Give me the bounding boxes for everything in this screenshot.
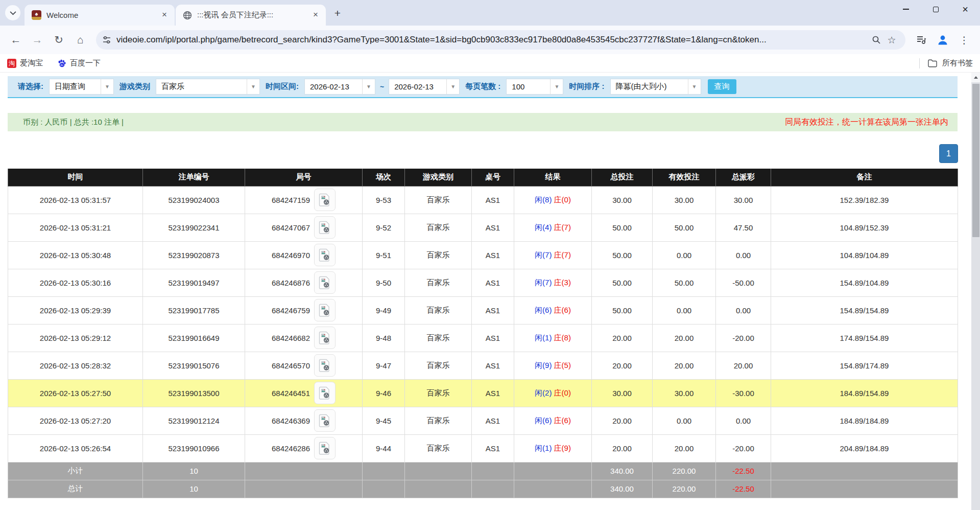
tab-betrecord[interactable]: :::视讯 会员下注纪录::: × bbox=[176, 5, 326, 26]
address-bar[interactable]: videoie.com/ipl/portal.php/game/betrecor… bbox=[96, 30, 905, 50]
all-bookmarks[interactable]: 所有书签 bbox=[919, 58, 973, 68]
cell-bet-id: 523199024003 bbox=[143, 186, 245, 214]
page-size-select[interactable]: 100 ▼ bbox=[506, 79, 563, 95]
query-button[interactable]: 查询 bbox=[708, 79, 736, 94]
select-type-label: 请选择: bbox=[16, 82, 45, 91]
profile-avatar[interactable] bbox=[934, 31, 952, 49]
new-tab-button[interactable]: + bbox=[330, 6, 345, 21]
reload-icon[interactable]: ↻ bbox=[49, 30, 68, 50]
player-result: 闲(7) bbox=[535, 278, 552, 287]
chevron-down-icon: ▼ bbox=[101, 79, 113, 94]
minimize-button[interactable] bbox=[891, 0, 921, 18]
video-replay-button[interactable] bbox=[314, 189, 336, 211]
footer-total-bet: 340.00 bbox=[592, 480, 653, 498]
cell-remark: 104.89/152.39 bbox=[771, 214, 958, 241]
cell-game-type: 百家乐 bbox=[405, 407, 472, 434]
video-replay-button[interactable] bbox=[314, 271, 336, 294]
menu-dots-icon[interactable]: ⋮ bbox=[955, 31, 973, 49]
video-replay-button[interactable] bbox=[314, 299, 336, 321]
footer-empty bbox=[405, 462, 472, 480]
cell-total-bet[interactable]: 30.00 bbox=[592, 379, 653, 407]
cell-total-bet[interactable]: 50.00 bbox=[592, 214, 653, 241]
player-result: 闲(7) bbox=[535, 250, 552, 259]
scroll-up-button[interactable] bbox=[971, 73, 980, 82]
cell-valid-bet: 20.00 bbox=[653, 434, 716, 462]
tab-title: Welcome bbox=[46, 11, 154, 19]
close-window-button[interactable]: × bbox=[950, 0, 980, 18]
cell-total-bet[interactable]: 50.00 bbox=[592, 241, 653, 269]
divider bbox=[919, 58, 920, 68]
video-replay-button[interactable] bbox=[314, 382, 336, 404]
bookmark-aitaobao[interactable]: 淘 爱淘宝 bbox=[7, 58, 43, 68]
cell-total-bet[interactable]: 50.00 bbox=[592, 269, 653, 296]
cell-total-bet[interactable]: 20.00 bbox=[592, 434, 653, 462]
footer-empty bbox=[771, 480, 958, 498]
sort-label: 时间排序 : bbox=[567, 82, 606, 91]
chevron-down-icon: ▼ bbox=[550, 79, 563, 94]
tab-search-button[interactable] bbox=[5, 5, 20, 20]
home-icon[interactable]: ⌂ bbox=[70, 30, 90, 50]
game-type-select[interactable]: 百家乐 ▼ bbox=[156, 79, 260, 95]
col-game-type: 游戏类别 bbox=[405, 169, 472, 186]
bookmark-baidu[interactable]: du 百度一下 bbox=[57, 58, 101, 68]
cell-result: 闲(7) 庄(3) bbox=[514, 269, 592, 296]
video-replay-button[interactable] bbox=[314, 409, 336, 432]
cell-session: 9-52 bbox=[363, 214, 405, 241]
sort-select[interactable]: 降冪(由大到小) ▼ bbox=[610, 79, 701, 95]
video-replay-button[interactable] bbox=[314, 437, 336, 459]
video-replay-button[interactable] bbox=[314, 244, 336, 266]
cell-payout: -20.00 bbox=[716, 324, 771, 352]
browser-toolbar: ← → ↻ ⌂ videoie.com/ipl/portal.php/game/… bbox=[0, 26, 980, 54]
cell-session: 9-46 bbox=[363, 379, 405, 407]
all-bookmarks-label: 所有书签 bbox=[942, 58, 973, 68]
cell-total-bet[interactable]: 20.00 bbox=[592, 324, 653, 352]
forward-icon[interactable]: → bbox=[28, 30, 47, 50]
taobao-icon: 淘 bbox=[7, 59, 16, 68]
query-type-select[interactable]: 日期查询 ▼ bbox=[49, 79, 114, 95]
round-id-value: 684247067 bbox=[272, 223, 310, 232]
video-replay-button[interactable] bbox=[314, 216, 336, 239]
cell-round-id: 684246286 bbox=[245, 434, 363, 462]
game-type-value: 百家乐 bbox=[156, 82, 247, 91]
player-result: 闲(1) bbox=[535, 444, 552, 452]
cell-round-id: 684246759 bbox=[245, 296, 363, 324]
cell-bet-id: 523199013500 bbox=[143, 379, 245, 407]
cell-time: 2026-02-13 05:29:12 bbox=[8, 324, 143, 352]
cell-round-id: 684247067 bbox=[245, 214, 363, 241]
cell-game-type: 百家乐 bbox=[405, 296, 472, 324]
cell-total-bet[interactable]: 20.00 bbox=[592, 407, 653, 434]
cell-total-bet[interactable]: 20.00 bbox=[592, 352, 653, 379]
video-replay-button[interactable] bbox=[314, 327, 336, 349]
baidu-paw-icon: du bbox=[57, 59, 66, 68]
footer-label: 总计 bbox=[8, 480, 143, 498]
col-total-bet: 总投注 bbox=[592, 169, 653, 186]
bookmark-star-icon[interactable]: ☆ bbox=[884, 32, 899, 48]
date-to-select[interactable]: 2026-02-13 ▼ bbox=[389, 79, 460, 95]
cell-payout: 0.00 bbox=[716, 241, 771, 269]
cell-total-bet[interactable]: 50.00 bbox=[592, 296, 653, 324]
zoom-icon[interactable] bbox=[869, 32, 884, 48]
date-from-select[interactable]: 2026-02-13 ▼ bbox=[304, 79, 375, 95]
close-tab-icon[interactable]: × bbox=[310, 10, 321, 20]
scrollbar-thumb[interactable] bbox=[972, 84, 979, 237]
tab-welcome[interactable]: ♠ Welcome × bbox=[25, 5, 175, 26]
back-icon[interactable]: ← bbox=[6, 30, 26, 50]
cell-remark: 104.89/104.89 bbox=[771, 241, 958, 269]
cell-session: 9-48 bbox=[363, 324, 405, 352]
folder-icon bbox=[928, 59, 937, 67]
cell-bet-id: 523199020873 bbox=[143, 241, 245, 269]
player-result: 闲(6) bbox=[535, 306, 552, 314]
site-settings-icon[interactable] bbox=[102, 35, 111, 44]
col-bet-id: 注单编号 bbox=[143, 169, 245, 186]
url-text[interactable]: videoie.com/ipl/portal.php/game/betrecor… bbox=[116, 35, 869, 45]
round-id-value: 684246970 bbox=[272, 251, 310, 260]
maximize-button[interactable] bbox=[921, 0, 950, 18]
close-tab-icon[interactable]: × bbox=[159, 10, 170, 20]
pagination-page-1[interactable]: 1 bbox=[939, 144, 958, 163]
col-valid-bet: 有效投注 bbox=[653, 169, 716, 186]
media-control-icon[interactable] bbox=[912, 31, 930, 49]
banker-result: 庄(0) bbox=[554, 195, 571, 204]
video-replay-button[interactable] bbox=[314, 354, 336, 377]
vertical-scrollbar[interactable] bbox=[971, 73, 980, 510]
cell-total-bet[interactable]: 30.00 bbox=[592, 186, 653, 214]
